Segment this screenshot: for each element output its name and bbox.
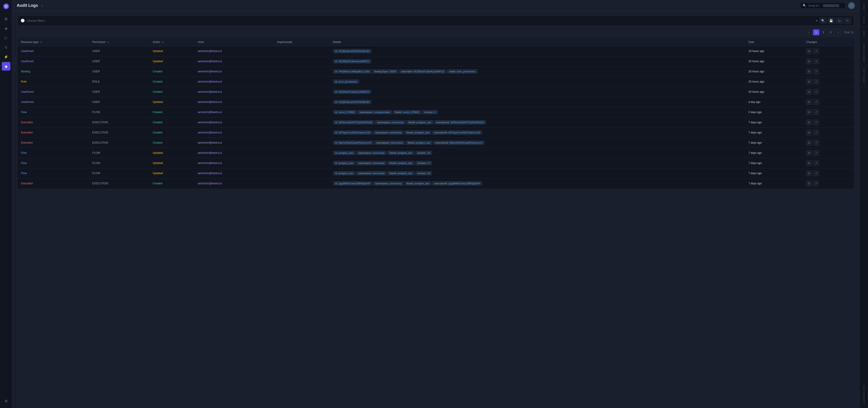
chevron-down-icon[interactable]: ▾ (816, 19, 817, 22)
copy-button[interactable]: ⧉ (806, 119, 812, 125)
copy-button[interactable]: ⧉ (806, 160, 812, 166)
content-area: 🕐 ▾ 🔍 💾 ⊟ ↻ ‹ 1 2 3 › Total: 61 Resource… (12, 11, 859, 408)
nav-flows[interactable]: ◈ (2, 24, 10, 33)
detail-tag: bindingType: USER (372, 69, 398, 73)
col-resource-type[interactable]: Resource type ⇅ (18, 38, 89, 46)
user-avatar[interactable]: 👤 (848, 2, 855, 9)
get-demo-label[interactable]: Get a demo (862, 67, 866, 85)
page-1-button[interactable]: 1 (813, 29, 819, 35)
copy-button[interactable]: ⧉ (806, 48, 812, 54)
external-link-button[interactable]: ↗ (813, 58, 819, 64)
copy-button[interactable]: ⧉ (806, 79, 812, 85)
news-label[interactable]: News (862, 2, 866, 12)
page-2-button[interactable]: 2 (820, 29, 827, 35)
cell-action: Updated (150, 148, 194, 158)
top-header: Audit Logs ☆ 🔍 Jump to... Ctrl/Cmd + K 👤 (12, 0, 859, 11)
nav-audit[interactable]: ◉ (2, 62, 10, 70)
external-link-button[interactable]: ↗ (813, 89, 819, 95)
cell-impersonate (274, 66, 330, 77)
cell-permission: USER (89, 46, 150, 56)
cell-resource-type: Flow (18, 168, 89, 179)
copy-button[interactable]: ⧉ (806, 89, 812, 95)
save-filter-button[interactable]: 💾 (828, 18, 835, 24)
external-link-button[interactable]: ↗ (813, 181, 819, 186)
detail-tag: flowId: postgres_taxi (405, 130, 431, 134)
col-changes: Changes (803, 38, 854, 46)
col-permission[interactable]: Permission ⇅ (89, 38, 150, 46)
detail-tag: id: scim_provisioner (333, 80, 359, 84)
svg-point-7 (6, 7, 6, 8)
main-area: Audit Logs ☆ 🔍 Jump to... Ctrl/Cmd + K 👤… (12, 0, 859, 408)
external-link-button[interactable]: ↗ (813, 150, 819, 156)
cell-date: 19 hours ago (745, 46, 803, 56)
external-link-button[interactable]: ↗ (813, 48, 819, 54)
detail-tag: flowId: postgres_taxi (406, 141, 432, 145)
detail-tag: revision: 16 (415, 171, 432, 175)
table-row: UserEventUSERUpdatedaemerich@kestra.ioid… (18, 97, 854, 107)
copy-button[interactable]: ⧉ (806, 99, 812, 105)
cell-actor: aemerich@kestra.io (194, 128, 274, 138)
cell-changes: ⧉ ↗ (803, 148, 854, 158)
history-icon[interactable]: 🕐 (21, 19, 25, 23)
external-link-button[interactable]: ↗ (813, 99, 819, 105)
cell-impersonate (274, 128, 330, 138)
prev-page-button[interactable]: ‹ (806, 29, 812, 35)
detail-tag: flowId: camel_378602 (393, 110, 421, 114)
search-bar[interactable]: 🔍 Jump to... Ctrl/Cmd + K (800, 2, 845, 9)
col-action[interactable]: Action ⇅ (150, 38, 194, 46)
search-filter-button[interactable]: 🔍 (819, 18, 827, 24)
nav-executions[interactable]: ▷ (2, 33, 10, 42)
page-3-button[interactable]: 3 (828, 29, 834, 35)
svg-point-1 (5, 6, 7, 7)
detail-tag: namespace: zoomcamp (374, 141, 405, 145)
external-link-button[interactable]: ↗ (813, 160, 819, 166)
nav-dashboard[interactable]: ⊞ (2, 14, 10, 23)
cell-impersonate (274, 148, 330, 158)
copy-button[interactable]: ⧉ (806, 109, 812, 115)
nav-settings[interactable]: ⚙ (2, 397, 10, 405)
nav-logs[interactable]: ☰ (2, 43, 10, 52)
table-row: FlowFLOWUpdatedaemerich@kestra.ioid: pos… (18, 158, 854, 168)
external-link-button[interactable]: ↗ (813, 140, 819, 146)
cell-details: id: 43J2RuktYc9av4y1eNAFZ3 (330, 87, 745, 97)
detail-tag: flowId: postgres_taxi (388, 151, 414, 155)
external-link-button[interactable]: ↗ (813, 68, 819, 74)
copy-button[interactable]: ⧉ (806, 140, 812, 146)
columns-filter-button[interactable]: ⊟ (836, 18, 843, 24)
detail-tag: namespace: company.team (358, 110, 392, 114)
copy-button[interactable]: ⧉ (806, 58, 812, 64)
external-link-button[interactable]: ↗ (813, 170, 819, 176)
cell-changes: ⧉ ↗ (803, 46, 854, 56)
external-link-button[interactable]: ↗ (813, 130, 819, 135)
cell-resource-type: Execution (18, 117, 89, 128)
svg-point-4 (4, 6, 5, 7)
cell-permission: USER (89, 87, 150, 97)
docs-label[interactable]: Docs (862, 16, 866, 25)
filter-input[interactable] (27, 19, 814, 22)
external-link-button[interactable]: ↗ (813, 79, 819, 85)
copy-button[interactable]: ⧉ (806, 68, 812, 74)
cell-impersonate (274, 179, 330, 189)
detail-tag: id: 59g7yZNsDQ1adXN1pzczmX (333, 141, 373, 145)
cell-impersonate (274, 168, 330, 179)
copy-button[interactable]: ⧉ (806, 150, 812, 156)
refresh-filter-button[interactable]: ↻ (844, 18, 851, 24)
copy-button[interactable]: ⧉ (806, 170, 812, 176)
external-link-button[interactable]: ↗ (813, 109, 819, 115)
open-issue-label[interactable]: Open an Issue (862, 42, 866, 64)
cell-date: 7 days ago (745, 179, 803, 189)
table-row: ExecutionEXECUTIONCreatedaemerich@kestra… (18, 117, 854, 128)
version-label: 2025 SNAPSHOT (862, 384, 866, 406)
table-row: UserEventUSERCreatedaemerich@kestra.ioid… (18, 87, 854, 97)
detail-tag: id: 7Ihd3NUvLnbf6qwBuL1JXN (333, 69, 372, 73)
help-label[interactable]: Help (862, 29, 866, 38)
detail-tag: revision: 18 (415, 151, 432, 155)
app-logo[interactable] (2, 2, 10, 10)
copy-button[interactable]: ⧉ (806, 130, 812, 135)
external-link-button[interactable]: ↗ (813, 119, 819, 125)
favorite-icon[interactable]: ☆ (41, 4, 44, 8)
copy-button[interactable]: ⧉ (806, 181, 812, 186)
cell-resource-type: Execution (18, 138, 89, 148)
next-page-button[interactable]: › (835, 29, 841, 35)
nav-plugins[interactable]: ⚡ (2, 53, 10, 61)
